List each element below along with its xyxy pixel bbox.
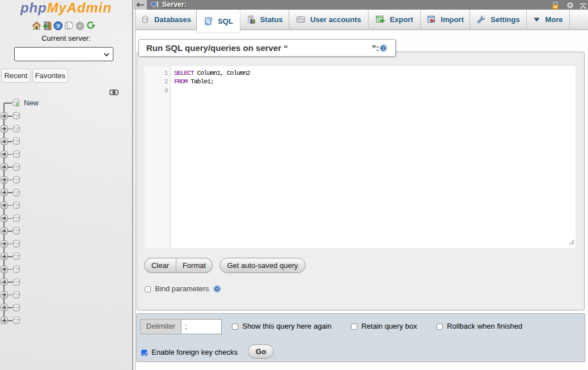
svg-text:?: ?	[56, 23, 60, 29]
svg-text:?: ?	[382, 46, 385, 51]
svg-text:?: ?	[216, 287, 219, 292]
